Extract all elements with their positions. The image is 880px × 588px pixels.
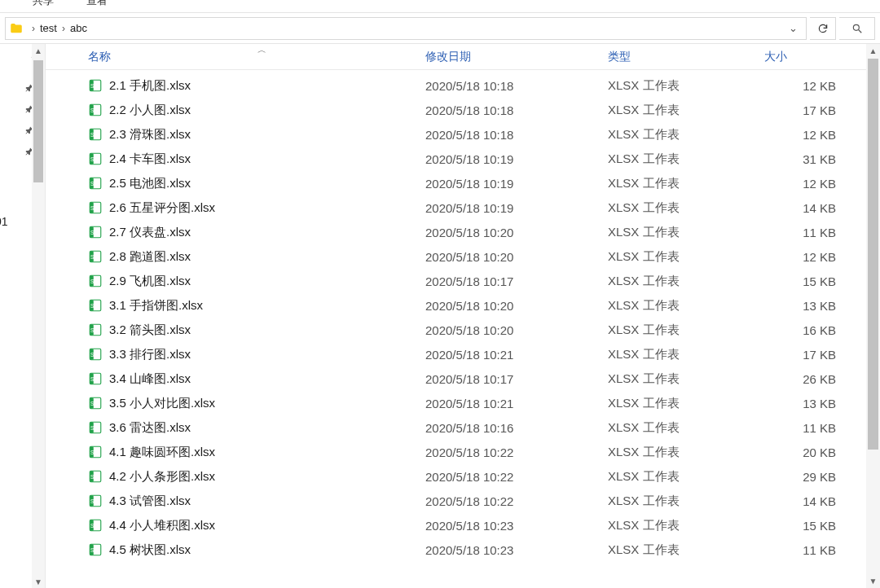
file-size: 15 KB <box>764 519 854 533</box>
file-size: 31 KB <box>764 152 854 166</box>
file-size: 20 KB <box>764 445 854 459</box>
file-name: 3.5 小人对比图.xlsx <box>109 396 215 411</box>
file-modified: 2020/5/18 10:20 <box>425 226 608 239</box>
file-name: 3.3 排行图.xlsx <box>109 347 191 362</box>
svg-text:S: S <box>90 205 95 211</box>
file-row[interactable]: S3.2 箭头图.xlsx2020/5/18 10:20XLSX 工作表16 K… <box>46 318 880 342</box>
file-modified: 2020/5/18 10:20 <box>425 299 608 313</box>
breadcrumb-seg-abc[interactable]: abc <box>70 22 87 34</box>
file-row[interactable]: S2.9 飞机图.xlsx2020/5/18 10:17XLSX 工作表15 K… <box>46 269 880 293</box>
file-row[interactable]: S2.6 五星评分图.xlsx2020/5/18 10:19XLSX 工作表14… <box>46 195 880 220</box>
file-modified: 2020/5/18 10:17 <box>425 372 608 386</box>
file-size: 12 KB <box>764 128 854 142</box>
xlsx-file-icon: S <box>88 323 103 337</box>
file-row[interactable]: S3.6 雷达图.xlsx2020/5/18 10:16XLSX 工作表11 K… <box>46 415 880 440</box>
file-list-pane: ︿ 名称 修改日期 类型 大小 S2.1 手机图.xlsx2020/5/18 1… <box>46 44 880 588</box>
file-row[interactable]: S3.1 手指饼图.xlsx2020/5/18 10:20XLSX 工作表13 … <box>46 293 880 318</box>
file-type: XLSX 工作表 <box>608 420 764 436</box>
file-row[interactable]: S2.4 卡车图.xlsx2020/5/18 10:19XLSX 工作表31 K… <box>46 147 880 171</box>
file-name: 2.8 跑道图.xlsx <box>109 249 191 265</box>
nav-item-partial[interactable]: 01 <box>0 215 8 228</box>
file-type: XLSX 工作表 <box>608 396 764 411</box>
breadcrumb-seg-test[interactable]: test <box>40 22 57 34</box>
column-header-name[interactable]: 名称 <box>88 50 425 64</box>
search-icon <box>851 23 863 34</box>
file-size: 13 KB <box>764 397 854 410</box>
sort-indicator-icon: ︿ <box>257 44 266 56</box>
file-modified: 2020/5/18 10:18 <box>425 79 608 93</box>
file-name: 2.3 滑珠图.xlsx <box>109 127 191 143</box>
file-row[interactable]: S2.5 电池图.xlsx2020/5/18 10:19XLSX 工作表12 K… <box>46 171 880 195</box>
file-row[interactable]: S4.3 试管图.xlsx2020/5/18 10:22XLSX 工作表14 K… <box>46 489 880 513</box>
file-type: XLSX 工作表 <box>608 494 764 509</box>
file-row[interactable]: S2.3 滑珠图.xlsx2020/5/18 10:18XLSX 工作表12 K… <box>46 122 880 147</box>
file-row[interactable]: S2.8 跑道图.xlsx2020/5/18 10:20XLSX 工作表12 K… <box>46 244 880 269</box>
file-size: 17 KB <box>764 103 854 117</box>
file-row[interactable]: S2.2 小人图.xlsx2020/5/18 10:18XLSX 工作表17 K… <box>46 98 880 122</box>
refresh-button[interactable] <box>810 17 836 40</box>
file-name: 3.4 山峰图.xlsx <box>109 371 191 387</box>
ribbon-tabs: 共享 查看 <box>0 0 880 13</box>
scroll-down-icon[interactable]: ▼ <box>32 575 45 588</box>
xlsx-file-icon: S <box>88 518 103 533</box>
scroll-up-icon[interactable]: ▲ <box>866 44 880 58</box>
chevron-right-icon: › <box>32 23 35 34</box>
xlsx-file-icon: S <box>88 445 103 459</box>
file-size: 12 KB <box>764 250 854 264</box>
file-modified: 2020/5/18 10:17 <box>425 274 608 288</box>
ribbon-tab-share[interactable]: 共享 <box>33 0 54 6</box>
folder-icon <box>9 21 24 36</box>
file-row[interactable]: S2.1 手机图.xlsx2020/5/18 10:18XLSX 工作表12 K… <box>46 73 880 98</box>
content-scrollbar-thumb[interactable] <box>868 59 878 450</box>
column-header-size[interactable]: 大小 <box>764 50 854 64</box>
nav-scrollbar[interactable]: ▲ ▼ <box>32 44 45 588</box>
svg-text:S: S <box>90 352 95 358</box>
content-scrollbar[interactable]: ▲ ▼ <box>866 44 880 588</box>
file-size: 12 KB <box>764 177 854 191</box>
svg-text:S: S <box>90 303 95 309</box>
file-modified: 2020/5/18 10:23 <box>425 519 608 533</box>
column-headers: ︿ 名称 修改日期 类型 大小 <box>46 44 880 70</box>
file-size: 17 KB <box>764 348 854 362</box>
file-type: XLSX 工作表 <box>608 469 764 485</box>
breadcrumb[interactable]: › test › abc ⌄ <box>5 17 807 40</box>
svg-text:S: S <box>90 523 95 529</box>
xlsx-file-icon: S <box>88 469 103 484</box>
file-type: XLSX 工作表 <box>608 542 764 558</box>
file-size: 29 KB <box>764 470 854 484</box>
file-modified: 2020/5/18 10:20 <box>425 323 608 337</box>
search-box[interactable] <box>839 17 875 40</box>
file-size: 15 KB <box>764 274 854 288</box>
file-type: XLSX 工作表 <box>608 176 764 191</box>
xlsx-file-icon: S <box>88 298 103 313</box>
file-size: 12 KB <box>764 79 854 93</box>
file-modified: 2020/5/18 10:18 <box>425 103 608 117</box>
file-row[interactable]: S3.5 小人对比图.xlsx2020/5/18 10:21XLSX 工作表13… <box>46 391 880 415</box>
file-row[interactable]: S3.4 山峰图.xlsx2020/5/18 10:17XLSX 工作表26 K… <box>46 366 880 391</box>
file-row[interactable]: S4.5 树状图.xlsx2020/5/18 10:23XLSX 工作表11 K… <box>46 538 880 562</box>
xlsx-file-icon: S <box>88 249 103 264</box>
file-row[interactable]: S2.7 仪表盘.xlsx2020/5/18 10:20XLSX 工作表11 K… <box>46 220 880 244</box>
file-row[interactable]: S4.2 小人条形图.xlsx2020/5/18 10:22XLSX 工作表29… <box>46 464 880 489</box>
file-name: 4.5 树状图.xlsx <box>109 542 191 558</box>
column-header-type[interactable]: 类型 <box>608 50 764 64</box>
file-size: 11 KB <box>764 543 854 557</box>
file-row[interactable]: S3.3 排行图.xlsx2020/5/18 10:21XLSX 工作表17 K… <box>46 342 880 366</box>
xlsx-file-icon: S <box>88 200 103 215</box>
column-header-modified[interactable]: 修改日期 <box>425 50 608 64</box>
scroll-up-icon[interactable]: ▲ <box>32 44 45 57</box>
file-row[interactable]: S4.1 趣味圆环图.xlsx2020/5/18 10:22XLSX 工作表20… <box>46 440 880 464</box>
file-modified: 2020/5/18 10:19 <box>425 152 608 166</box>
file-size: 11 KB <box>764 226 854 239</box>
breadcrumb-dropdown-icon[interactable]: ⌄ <box>784 22 803 34</box>
scroll-down-icon[interactable]: ▼ <box>866 574 880 588</box>
file-type: XLSX 工作表 <box>608 225 764 240</box>
nav-scrollbar-thumb[interactable] <box>33 60 43 182</box>
ribbon-tab-view[interactable]: 查看 <box>86 0 108 6</box>
file-size: 16 KB <box>764 323 854 337</box>
xlsx-file-icon: S <box>88 176 103 191</box>
file-name: 3.2 箭头图.xlsx <box>109 323 191 338</box>
xlsx-file-icon: S <box>88 396 103 410</box>
file-row[interactable]: S4.4 小人堆积图.xlsx2020/5/18 10:23XLSX 工作表15… <box>46 513 880 538</box>
svg-text:S: S <box>90 498 95 504</box>
